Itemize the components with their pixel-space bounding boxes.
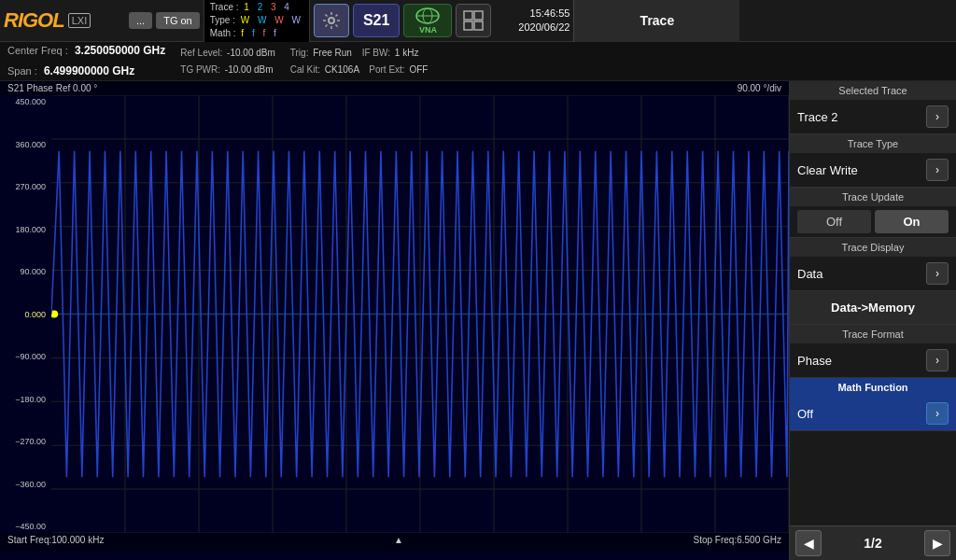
grid-icon-btn[interactable]: [456, 4, 491, 37]
y-label-2: 270.000: [2, 182, 49, 191]
ref-info: Ref Level: -10.00 dBm TG PWR: -10.00 dBm: [180, 45, 275, 78]
y-label-6: −90.000: [2, 352, 49, 361]
s21-button[interactable]: S21: [353, 4, 400, 37]
trace-type-section: Trace Type Clear Write ›: [790, 134, 956, 188]
svg-rect-6: [464, 21, 472, 30]
selected-trace-section: Selected Trace Trace 2 ›: [790, 81, 956, 134]
main-content: S21 Phase Ref 0.00 ° 90.00 °/div 450.000…: [0, 81, 956, 560]
math-function-value: Off: [797, 407, 926, 421]
trace-2-indicator: 2: [258, 2, 263, 12]
svg-rect-7: [474, 21, 483, 30]
logo-area: RIGOL LXI: [4, 8, 125, 33]
subheader: Center Freq : 3.250050000 GHz Span : 6.4…: [0, 42, 956, 81]
svg-rect-4: [464, 11, 472, 20]
y-label-7: −180.00: [2, 395, 49, 404]
panel-title-header: Trace: [573, 0, 739, 42]
vna-button[interactable]: VNA: [403, 4, 452, 37]
math-label: Math :: [210, 28, 236, 38]
lxi-badge: LXI: [68, 13, 91, 28]
type-label: Type :: [210, 15, 235, 25]
math-function-label: Math Function: [790, 378, 956, 397]
trig-val: Free Run: [313, 48, 352, 58]
math-function-arrow[interactable]: ›: [926, 402, 949, 425]
chart-footer: Start Freq:100.000 kHz ▲ Stop Freq:6.500…: [0, 533, 789, 552]
trace-update-toggle: Off On: [790, 206, 956, 237]
span-val: 6.499900000 GHz: [44, 64, 134, 77]
svg-rect-5: [474, 11, 483, 20]
y-label-4: 90.000: [2, 267, 49, 276]
y-axis: 450.000 360.000 270.000 180.000 90.000 0…: [0, 95, 51, 533]
math-f1: f: [241, 28, 244, 38]
trace-format-row[interactable]: Phase ›: [790, 343, 956, 377]
tg-pwr-val: -10.00 dBm: [225, 64, 274, 75]
prev-page-btn[interactable]: ◀: [795, 530, 822, 556]
freq-info: Center Freq : 3.250050000 GHz Span : 6.4…: [7, 41, 165, 81]
y-label-1: 360.000: [2, 140, 49, 149]
data-memory-button[interactable]: Data->Memory: [790, 291, 956, 325]
math-f4: f: [274, 28, 276, 38]
trace-type-row[interactable]: Clear Write ›: [790, 153, 956, 187]
trig-info: Trig: Free Run IF BW: 1 kHz Cal Kit: CK1…: [290, 45, 429, 78]
settings-icon-btn[interactable]: [314, 4, 349, 37]
selected-trace-label: Selected Trace: [790, 81, 956, 100]
right-panel: Selected Trace Trace 2 › Trace Type Clea…: [790, 81, 956, 560]
next-page-btn[interactable]: ▶: [924, 530, 950, 556]
math-function-row[interactable]: Off ›: [790, 397, 956, 430]
type-w1: W: [241, 15, 249, 25]
panel-footer: ◀ 1/2 ▶: [790, 525, 956, 560]
datetime-display: 15:46:55 2020/06/22: [495, 7, 569, 35]
trace-label: Trace :: [210, 2, 239, 12]
trace-1-indicator: 1: [244, 2, 249, 12]
trace-update-off-btn[interactable]: Off: [797, 210, 871, 233]
chart-header-right: 90.00 °/div: [738, 83, 781, 93]
y-label-0: 450.000: [2, 97, 49, 106]
svg-point-0: [329, 18, 334, 23]
center-freq-val: 3.250050000 GHz: [75, 44, 165, 57]
cal-kit-val: CK106A: [325, 64, 359, 75]
center-freq-label: Center Freq :: [7, 45, 68, 56]
chart-header-left: S21 Phase Ref 0.00 °: [7, 83, 97, 93]
tg-on-button[interactable]: TG on: [156, 12, 200, 29]
svg-point-29: [51, 311, 58, 318]
trace-3-indicator: 3: [271, 2, 276, 12]
trace-update-on-btn[interactable]: On: [875, 210, 949, 233]
trace-info-block: Trace : 1 2 3 4 Type : W W W W Math : f …: [204, 0, 310, 43]
footer-marker: ▲: [394, 535, 403, 550]
y-label-5: 0.000: [2, 310, 49, 319]
trace-display-row[interactable]: Data ›: [790, 257, 956, 290]
chart-area: S21 Phase Ref 0.00 ° 90.00 °/div 450.000…: [0, 81, 790, 560]
port-ext-val: OFF: [409, 64, 428, 75]
selected-trace-value: Trace 2: [797, 110, 926, 124]
ref-level-val: -10.00 dBm: [227, 48, 275, 58]
trace-update-label: Trace Update: [790, 188, 956, 206]
span-label: Span :: [7, 65, 37, 77]
trace-display-label: Trace Display: [790, 238, 956, 257]
date-display: 2020/06/22: [495, 21, 569, 35]
trace-format-label: Trace Format: [790, 325, 956, 343]
chart-svg: [51, 95, 789, 533]
footer-start-freq: Start Freq:100.000 kHz: [7, 535, 104, 550]
if-bw-label: IF BW:: [362, 48, 390, 58]
trace-type-arrow[interactable]: ›: [926, 159, 949, 181]
trace-format-section: Trace Format Phase ›: [790, 325, 956, 378]
trace-format-arrow[interactable]: ›: [926, 349, 949, 371]
math-function-section: Math Function Off ›: [790, 378, 956, 431]
chart-canvas-area: [51, 95, 789, 533]
trace-display-arrow[interactable]: ›: [926, 262, 949, 285]
chart-header: S21 Phase Ref 0.00 ° 90.00 °/div: [0, 81, 789, 95]
rigol-logo: RIGOL: [4, 8, 64, 33]
type-w2: W: [258, 15, 266, 25]
header: RIGOL LXI ... TG on Trace : 1 2 3 4 Type…: [0, 0, 956, 42]
trace-format-value: Phase: [797, 354, 926, 368]
cal-kit-label: Cal Kit:: [290, 64, 320, 75]
y-label-10: −450.00: [2, 522, 49, 531]
trig-label: Trig:: [290, 48, 309, 58]
tg-pwr-label: TG PWR:: [180, 64, 220, 75]
trace-type-label: Trace Type: [790, 134, 956, 153]
trace-display-section: Trace Display Data ›: [790, 238, 956, 291]
time-display: 15:46:55: [495, 7, 569, 21]
dots-button[interactable]: ...: [129, 12, 152, 29]
y-label-3: 180.000: [2, 225, 49, 234]
selected-trace-row[interactable]: Trace 2 ›: [790, 100, 956, 133]
selected-trace-arrow[interactable]: ›: [926, 105, 949, 128]
